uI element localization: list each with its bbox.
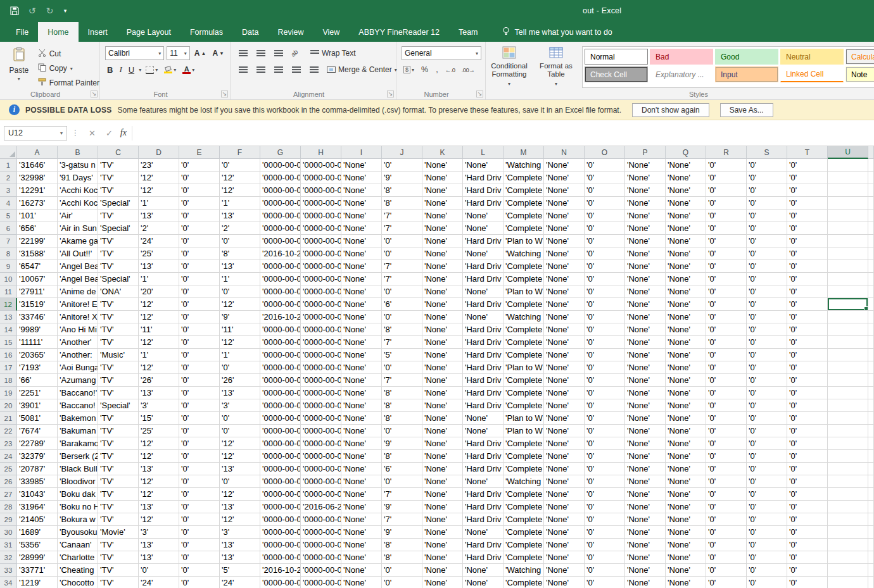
cell-J6[interactable]: '7': [382, 222, 422, 235]
cell-D21[interactable]: '15': [139, 412, 179, 425]
cell-C32[interactable]: 'TV': [98, 551, 139, 564]
cell-S26[interactable]: '0': [747, 475, 787, 488]
tab-view[interactable]: View: [313, 22, 349, 42]
cell-C20[interactable]: 'Special': [98, 399, 139, 412]
cell-N8[interactable]: 'None': [544, 247, 585, 260]
cell-H9[interactable]: '0000-00-0: [301, 260, 341, 273]
cell-D2[interactable]: '12': [139, 172, 179, 184]
cell-T27[interactable]: '0': [787, 488, 828, 501]
cell-B24[interactable]: 'Berserk (2: [58, 450, 98, 463]
cell-P31[interactable]: 'None': [625, 539, 666, 551]
cell-G32[interactable]: '0000-00-0: [260, 551, 301, 564]
cell-J15[interactable]: '7': [382, 336, 422, 349]
column-header-H[interactable]: H: [301, 146, 341, 159]
cell-E7[interactable]: '0': [179, 235, 220, 247]
cell-style-check-cell[interactable]: Check Cell: [585, 66, 648, 82]
cell-G21[interactable]: '0000-00-0: [260, 412, 301, 425]
cell-H30[interactable]: '0000-00-0: [301, 526, 341, 539]
row-header-16[interactable]: 16: [0, 349, 17, 361]
underline-dropdown-icon[interactable]: ▾: [139, 67, 141, 73]
cell-B16[interactable]: 'Another:: [58, 349, 98, 361]
cell-I33[interactable]: 'None': [341, 564, 382, 577]
cell-E33[interactable]: '0': [179, 564, 220, 577]
cell-M33[interactable]: 'Watching: [504, 564, 544, 577]
cell-J19[interactable]: '8': [382, 387, 422, 399]
cell-C4[interactable]: 'Special': [98, 197, 139, 210]
cell-U11[interactable]: [828, 285, 868, 298]
cell-G15[interactable]: '0000-00-0: [260, 336, 301, 349]
cell-O18[interactable]: '0': [585, 374, 625, 387]
cell-A15[interactable]: '11111': [17, 336, 58, 349]
cell-M9[interactable]: 'Complete: [504, 260, 544, 273]
cell-G25[interactable]: '0000-00-0: [260, 463, 301, 475]
cell-B34[interactable]: 'Chocotto: [58, 577, 98, 588]
cell-T26[interactable]: '0': [787, 475, 828, 488]
cell-B29[interactable]: 'Bokura w: [58, 513, 98, 526]
cell-I31[interactable]: 'None': [341, 539, 382, 551]
cell-I14[interactable]: 'None': [341, 323, 382, 336]
cell-O32[interactable]: '0': [585, 551, 625, 564]
cell-Q1[interactable]: 'None': [666, 159, 706, 172]
cell-U13[interactable]: [828, 311, 868, 323]
cell-O5[interactable]: '0': [585, 210, 625, 222]
cell-N15[interactable]: 'None': [544, 336, 585, 349]
cell-D12[interactable]: '12': [139, 298, 179, 311]
cell-F22[interactable]: '0': [220, 425, 260, 437]
cell-O19[interactable]: '0': [585, 387, 625, 399]
cell-E9[interactable]: '0': [179, 260, 220, 273]
cell-S13[interactable]: '0': [747, 311, 787, 323]
cell-J22[interactable]: '0': [382, 425, 422, 437]
cell-K2[interactable]: 'None': [422, 172, 463, 184]
cell-P33[interactable]: 'None': [625, 564, 666, 577]
orientation-button[interactable]: ab: [286, 45, 303, 62]
cell-K28[interactable]: 'None': [422, 501, 463, 513]
cell-O34[interactable]: '0': [585, 577, 625, 588]
cell-C13[interactable]: 'TV': [98, 311, 139, 323]
cell-L2[interactable]: 'Hard Driv: [463, 172, 504, 184]
cell-O3[interactable]: '0': [585, 184, 625, 197]
cell-O10[interactable]: '0': [585, 273, 625, 285]
cell-H28[interactable]: '2016-06-2: [301, 501, 341, 513]
cell-N22[interactable]: 'None': [544, 425, 585, 437]
cell-S1[interactable]: '0': [747, 159, 787, 172]
cell-P1[interactable]: 'None': [625, 159, 666, 172]
cell-E20[interactable]: '0': [179, 399, 220, 412]
cell-Q4[interactable]: 'None': [666, 197, 706, 210]
cell-G23[interactable]: '0000-00-0: [260, 437, 301, 450]
cell-F24[interactable]: '12': [220, 450, 260, 463]
cell-M4[interactable]: 'Complete: [504, 197, 544, 210]
cell-L34[interactable]: 'None': [463, 577, 504, 588]
cell-O23[interactable]: '0': [585, 437, 625, 450]
cell-style-bad[interactable]: Bad: [650, 49, 713, 65]
row-header-25[interactable]: 25: [0, 463, 17, 475]
cell-K24[interactable]: 'None': [422, 450, 463, 463]
cell-G16[interactable]: '0000-00-0: [260, 349, 301, 361]
cell-C31[interactable]: 'TV': [98, 539, 139, 551]
cell-I24[interactable]: 'None': [341, 450, 382, 463]
cell-Q10[interactable]: 'None': [666, 273, 706, 285]
cell-R28[interactable]: '0': [706, 501, 747, 513]
cell-L21[interactable]: 'None': [463, 412, 504, 425]
cell-M30[interactable]: 'Complete: [504, 526, 544, 539]
cell-N10[interactable]: 'None': [544, 273, 585, 285]
cell-T3[interactable]: '0': [787, 184, 828, 197]
cell-K7[interactable]: 'None': [422, 235, 463, 247]
cell-H16[interactable]: '0000-00-0: [301, 349, 341, 361]
row-header-17[interactable]: 17: [0, 361, 17, 374]
cell-B28[interactable]: 'Boku no H: [58, 501, 98, 513]
cell-A23[interactable]: '22789': [17, 437, 58, 450]
cell-B18[interactable]: 'Azumang: [58, 374, 98, 387]
cell-O21[interactable]: '0': [585, 412, 625, 425]
cell-D27[interactable]: '12': [139, 488, 179, 501]
cell-I18[interactable]: 'None': [341, 374, 382, 387]
cell-O22[interactable]: '0': [585, 425, 625, 437]
cell-P6[interactable]: 'None': [625, 222, 666, 235]
row-header-31[interactable]: 31: [0, 539, 17, 551]
alignment-dialog-launcher-icon[interactable]: ↘: [387, 91, 394, 97]
tab-page-layout[interactable]: Page Layout: [117, 22, 180, 42]
cell-F8[interactable]: '8': [220, 247, 260, 260]
cell-style-neutral[interactable]: Neutral: [780, 49, 844, 65]
cell-G11[interactable]: '0000-00-0: [260, 285, 301, 298]
cell-M28[interactable]: 'Complete: [504, 501, 544, 513]
cell-F32[interactable]: '13': [220, 551, 260, 564]
